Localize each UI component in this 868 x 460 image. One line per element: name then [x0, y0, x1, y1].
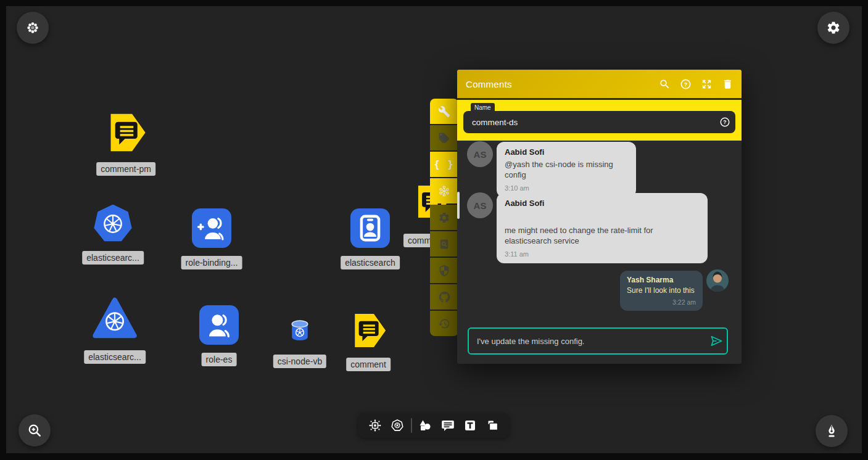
- label-button[interactable]: [430, 125, 458, 150]
- kubernetes-tool-button[interactable]: [388, 416, 407, 435]
- node-label: elasticsearc...: [84, 350, 146, 364]
- shapes-tool-button[interactable]: [416, 416, 434, 435]
- node-role-es[interactable]: [199, 305, 239, 345]
- user-photo-avatar: [706, 269, 729, 292]
- node-label: elasticsearc...: [82, 251, 144, 265]
- doc-search-icon: [438, 238, 450, 250]
- note-tool-button[interactable]: [484, 416, 502, 435]
- pen-fab[interactable]: [816, 415, 848, 447]
- design-canvas[interactable]: comment-pm elasticsearc... role-bind: [6, 6, 862, 453]
- shield-icon: [438, 265, 450, 277]
- edit-json-button[interactable]: { }: [430, 152, 458, 177]
- name-input[interactable]: [463, 118, 714, 127]
- wrench-icon: [438, 105, 450, 118]
- message-time: 3:22 am: [627, 298, 696, 306]
- shape-toolbar: [358, 413, 510, 438]
- node-label: comment-pm: [96, 162, 155, 176]
- comment-composer: [468, 327, 728, 355]
- name-field-wrap: Name ?: [463, 111, 735, 133]
- zoom-in-icon: [27, 422, 43, 438]
- shapes-icon: [418, 418, 432, 433]
- service-account-icon: [350, 208, 390, 248]
- configure-button[interactable]: [430, 99, 458, 124]
- scrollbar-thumb[interactable]: [457, 192, 460, 219]
- person-photo: [706, 269, 729, 292]
- zoom-fab[interactable]: [19, 414, 51, 446]
- trash-icon: [722, 78, 734, 90]
- svg-text:?: ?: [723, 119, 726, 125]
- message-bubble: Aabid Sofi me might need to change the r…: [497, 193, 708, 263]
- settings-button[interactable]: [430, 205, 458, 230]
- text-tool-button[interactable]: [461, 416, 479, 435]
- delete-button[interactable]: [717, 75, 738, 93]
- app-window: comment-pm elasticsearc... role-bind: [0, 0, 868, 460]
- message-author: Aabid Sofi: [505, 147, 628, 157]
- node-csi-node-vb[interactable]: [291, 320, 309, 341]
- message-bubble: Aabid Sofi @yash the csi-node is missing…: [497, 142, 636, 197]
- comments-panel: Comments ?: [457, 70, 742, 364]
- text-tool-icon: [463, 418, 477, 433]
- name-section: Name ?: [457, 100, 742, 141]
- name-help-button[interactable]: ?: [714, 117, 735, 128]
- avatar-initials: AS: [474, 149, 487, 160]
- expand-icon: [701, 78, 713, 90]
- message-text: @yash the csi-node is missing config: [505, 159, 628, 180]
- send-icon: [709, 334, 724, 348]
- message-author: Yash Sharma: [627, 276, 696, 284]
- expand-button[interactable]: [696, 75, 717, 93]
- help-icon: ?: [680, 78, 692, 90]
- settings-gear-icon: [826, 20, 841, 35]
- svg-text:?: ?: [684, 81, 687, 87]
- node-comment[interactable]: [349, 311, 388, 350]
- search-icon: [659, 78, 671, 90]
- help-button[interactable]: ?: [675, 75, 696, 93]
- search-button[interactable]: [654, 75, 675, 93]
- github-icon: [438, 290, 451, 303]
- node-role-binding[interactable]: [192, 208, 231, 248]
- graph-tool-button[interactable]: [366, 416, 384, 435]
- menu-fab[interactable]: [17, 12, 49, 44]
- node-elasticsearch-triangle[interactable]: [93, 297, 137, 341]
- send-button[interactable]: [706, 331, 727, 351]
- help-icon: ?: [719, 117, 730, 128]
- message-avatar: AS: [467, 141, 493, 167]
- security-button[interactable]: [430, 258, 458, 283]
- messages-list[interactable]: AS Aabid Sofi @yash the csi-node is miss…: [457, 141, 742, 319]
- comment-shape-icon: [104, 110, 148, 155]
- comment-tool-button[interactable]: [439, 416, 457, 435]
- history-button[interactable]: [430, 311, 458, 336]
- inspect-button[interactable]: [430, 231, 458, 257]
- message-author: Aabid Sofi: [505, 199, 700, 208]
- message-avatar: AS: [467, 192, 493, 218]
- role-binding-icon: [192, 208, 231, 248]
- name-field-label: Name: [471, 103, 495, 112]
- kubernetes-icon: [94, 205, 132, 243]
- settings-fab[interactable]: [817, 12, 849, 44]
- node-comment-pm[interactable]: [104, 110, 148, 155]
- message-time: 3:11 am: [505, 250, 700, 258]
- storage-cylinder-icon: [291, 320, 309, 341]
- message-text: Sure I'll look into this: [627, 286, 696, 295]
- hub-button[interactable]: [430, 178, 458, 203]
- node-label: comment: [346, 358, 391, 371]
- flower-menu-icon: [25, 20, 40, 35]
- toolbar-divider: [411, 418, 412, 433]
- comment-input[interactable]: [469, 337, 706, 346]
- github-button[interactable]: [430, 284, 458, 310]
- node-elasticsearch[interactable]: [350, 208, 390, 248]
- hub-icon: [437, 184, 451, 198]
- comments-panel-header[interactable]: Comments ?: [457, 70, 742, 98]
- history-icon: [438, 318, 450, 330]
- kubernetes-triangle-icon: [93, 297, 137, 341]
- role-icon: [199, 305, 239, 345]
- note-icon: [486, 418, 500, 433]
- message-bubble: Yash Sharma Sure I'll look into this 3:2…: [620, 271, 703, 311]
- panel-title: Comments: [466, 79, 654, 89]
- kubernetes-icon: [390, 418, 405, 433]
- node-label: role-es: [202, 353, 237, 366]
- avatar-initials: AS: [474, 200, 487, 211]
- message-time: 3:10 am: [505, 184, 628, 192]
- node-elasticsearch-heptagon[interactable]: [94, 205, 132, 243]
- gear-icon: [438, 212, 450, 224]
- node-label: elasticsearch: [341, 256, 400, 269]
